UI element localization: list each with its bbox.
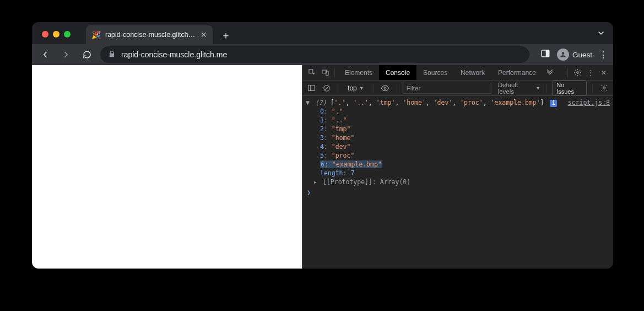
live-expression-icon[interactable] — [380, 82, 391, 94]
devtools-tab-performance[interactable]: Performance — [491, 65, 543, 80]
console-log-entry[interactable]: ▼ (7) ['.', '..', 'tmp', 'home', 'dev', … — [306, 98, 610, 107]
array-item-row[interactable]: 1: ".." — [320, 116, 610, 125]
array-prototype-row[interactable]: ▸ [[Prototype]]: Array(0) — [306, 178, 610, 186]
array-item-row[interactable]: 2: "tmp" — [320, 125, 610, 133]
array-preview-item: '..' — [353, 99, 369, 106]
array-item-row[interactable]: 4: "dev" — [320, 142, 610, 151]
console-toolbar: top ▼ Default levels ▼ No Issues — [302, 81, 613, 96]
content-area: ElementsConsoleSourcesNetworkPerformance… — [32, 65, 613, 269]
levels-label: Default levels — [498, 82, 534, 95]
devtools-tab-network[interactable]: Network — [454, 65, 491, 80]
browser-tab[interactable]: 🎉 rapid-concise-muscle.glitch.me ✕ — [86, 25, 213, 44]
svg-rect-1 — [546, 50, 549, 57]
array-preview-item: 'proc' — [460, 99, 483, 106]
svg-point-11 — [603, 87, 605, 89]
close-tab-icon[interactable]: ✕ — [201, 30, 207, 39]
array-count: (7) — [315, 99, 327, 106]
window-expand-icon[interactable] — [597, 29, 605, 39]
array-preview-item: 'tmp' — [376, 99, 396, 106]
maximize-window-button[interactable] — [64, 31, 71, 37]
array-expanded: 0: "."1: ".."2: "tmp"3: "home"4: "dev"5:… — [306, 107, 610, 169]
new-tab-button[interactable]: ＋ — [218, 28, 234, 43]
inspect-element-icon[interactable] — [306, 67, 318, 79]
tab-favicon-icon: 🎉 — [91, 30, 101, 39]
clear-console-icon[interactable] — [321, 82, 332, 94]
avatar-icon — [557, 49, 569, 61]
log-source-link[interactable]: script.js:8 — [568, 98, 610, 107]
more-tabs-icon[interactable] — [544, 67, 556, 79]
array-preview-item: 'home' — [403, 99, 426, 106]
window-traffic-lights — [37, 31, 75, 44]
array-item-row[interactable]: 0: "." — [320, 107, 610, 116]
array-item-row[interactable]: 5: "proc" — [320, 151, 610, 160]
console-prompt[interactable]: ❯ — [306, 188, 610, 197]
array-preview-item: 'dev' — [434, 99, 453, 106]
context-label: top — [348, 84, 357, 92]
devtools-tab-console[interactable]: Console — [379, 65, 416, 80]
profile-button[interactable]: Guest — [557, 49, 592, 61]
tab-bar: 🎉 rapid-concise-muscle.glitch.me ✕ ＋ — [32, 22, 613, 44]
console-filter-input[interactable] — [403, 83, 491, 94]
expand-arrow-icon[interactable]: ▸ — [313, 178, 319, 186]
browser-window: 🎉 rapid-concise-muscle.glitch.me ✕ ＋ rap… — [32, 22, 613, 269]
console-settings-icon[interactable] — [598, 82, 610, 94]
console-output[interactable]: ▼ (7) ['.', '..', 'tmp', 'home', 'dev', … — [302, 96, 613, 269]
devtools-tabstrip: ElementsConsoleSourcesNetworkPerformance… — [302, 65, 613, 81]
lock-icon — [108, 50, 116, 60]
minimize-window-button[interactable] — [53, 31, 59, 37]
devtools-menu-icon[interactable]: ⋮ — [585, 67, 597, 79]
array-preview-item: '.' — [334, 99, 346, 106]
address-bar-actions: Guest ⋮ — [535, 49, 608, 61]
svg-line-9 — [324, 86, 328, 90]
reload-button[interactable] — [79, 47, 95, 62]
log-levels-selector[interactable]: Default levels ▼ — [498, 82, 541, 95]
side-panel-icon[interactable] — [540, 49, 550, 61]
issues-button[interactable]: No Issues — [552, 81, 587, 96]
array-item-row[interactable]: 3: "home" — [320, 133, 610, 142]
close-window-button[interactable] — [42, 31, 48, 37]
profile-label: Guest — [572, 51, 592, 59]
devtools-close-icon[interactable]: ✕ — [598, 67, 610, 79]
devtools-panel: ElementsConsoleSourcesNetworkPerformance… — [302, 65, 613, 269]
collapse-arrow-icon[interactable]: ▼ — [306, 98, 311, 107]
address-bar: rapid-concise-muscle.glitch.me Guest ⋮ — [32, 44, 613, 65]
devtools-tab-elements[interactable]: Elements — [338, 65, 379, 80]
device-toolbar-icon[interactable] — [319, 67, 331, 79]
page-viewport[interactable] — [32, 65, 302, 269]
chevron-down-icon: ▼ — [359, 85, 364, 91]
browser-menu-icon[interactable]: ⋮ — [599, 50, 608, 60]
devtools-tab-sources[interactable]: Sources — [416, 65, 454, 80]
back-button[interactable] — [37, 47, 53, 62]
context-selector[interactable]: top ▼ — [344, 83, 368, 93]
chevron-down-icon: ▼ — [535, 85, 540, 91]
console-sidebar-icon[interactable] — [306, 82, 317, 94]
url-text: rapid-concise-muscle.glitch.me — [121, 50, 227, 59]
array-item-row[interactable]: 6: "example.bmp" — [320, 160, 610, 169]
info-badge-icon[interactable]: i — [550, 100, 557, 107]
devtools-settings-icon[interactable] — [571, 67, 583, 79]
svg-point-10 — [384, 87, 386, 89]
forward-button[interactable] — [58, 47, 74, 62]
svg-rect-6 — [309, 85, 315, 91]
tab-title: rapid-concise-muscle.glitch.me — [105, 31, 196, 39]
svg-point-5 — [576, 72, 578, 74]
array-preview-item: 'example.bmp' — [491, 99, 540, 106]
url-input[interactable]: rapid-concise-muscle.glitch.me — [100, 46, 529, 63]
array-length-row: length: 7 — [306, 169, 610, 178]
